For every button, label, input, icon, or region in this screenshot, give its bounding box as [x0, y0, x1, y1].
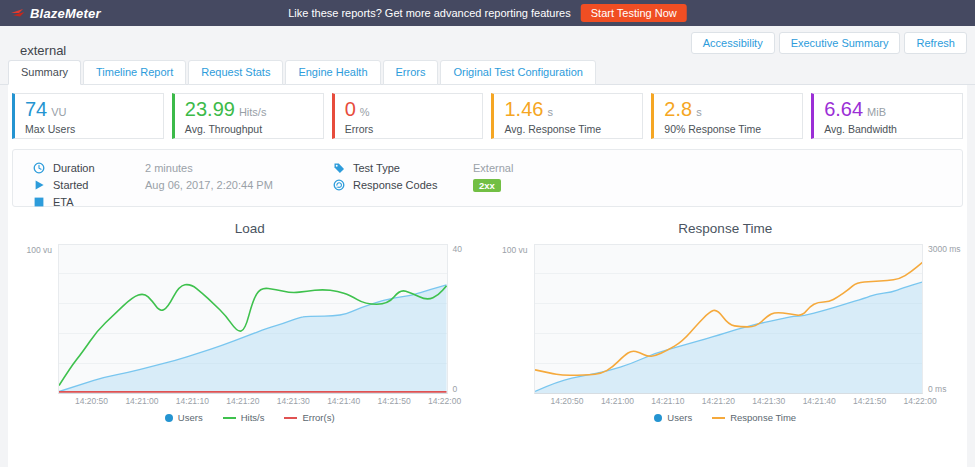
- blazemeter-logo[interactable]: BlazeMeter: [10, 6, 101, 21]
- tab-original-test-configuration[interactable]: Original Test Configuration: [440, 60, 595, 85]
- kpi-value: 23.99: [185, 98, 235, 120]
- legend-item-users[interactable]: Users: [654, 412, 692, 423]
- detail-value-wrap: Aug 06, 2017, 2:20:44 PM: [145, 179, 333, 191]
- legend-line-swatch: [284, 417, 297, 419]
- x-tick-label: 14:21:20: [226, 396, 259, 406]
- x-tick-label: 14:21:30: [752, 396, 785, 406]
- summary-panel: 74VUMax Users23.99Hits/sAvg. Throughput0…: [8, 85, 967, 467]
- chart-legend: UsersResponse Time: [488, 412, 964, 423]
- kpi-card-avg-response-time: 1.46sAvg. Response Time: [491, 93, 643, 139]
- detail-label: ETA: [53, 196, 145, 208]
- right-axis-top-label: 40: [453, 244, 488, 254]
- legend-line-swatch: [223, 417, 236, 419]
- detail-value: Aug 06, 2017, 2:20:44 PM: [145, 179, 273, 191]
- kpi-value: 6.64: [824, 98, 863, 120]
- kpi-unit: s: [547, 106, 553, 118]
- kpi-card-max-users: 74VUMax Users: [12, 93, 164, 139]
- kpi-cards-row: 74VUMax Users23.99Hits/sAvg. Throughput0…: [12, 93, 963, 139]
- legend-item-hits-s[interactable]: Hits/s: [223, 412, 265, 423]
- kpi-unit: s: [696, 106, 702, 118]
- x-tick-label: 14:21:20: [702, 396, 735, 406]
- x-axis: 14:20:5014:21:0014:21:1014:21:2014:21:30…: [58, 394, 448, 407]
- detail-value: 2xx: [473, 179, 501, 192]
- report-header: external AccessibilityExecutive SummaryR…: [0, 26, 975, 60]
- left-axis-label: 100 vu: [496, 244, 534, 394]
- legend-label: Response Time: [730, 412, 796, 423]
- chart-plot-area: [58, 244, 448, 394]
- tag-icon: [333, 162, 345, 174]
- response-codes-icon: [333, 179, 345, 191]
- kpi-unit: VU: [51, 106, 66, 118]
- test-details-left-column: Duration2 minutesStartedAug 06, 2017, 2:…: [33, 159, 333, 197]
- detail-value-wrap: 2 minutes: [145, 162, 333, 174]
- detail-label: Started: [53, 179, 145, 191]
- executive-summary-button[interactable]: Executive Summary: [779, 32, 901, 54]
- x-tick-label: 14:21:40: [327, 396, 360, 406]
- right-axis-top-label: 3000 ms: [928, 244, 963, 254]
- kpi-value: 2.8: [664, 98, 692, 120]
- chart-title: Response Time: [488, 221, 964, 236]
- play-icon: [33, 179, 45, 191]
- kpi-unit: %: [360, 106, 370, 118]
- legend-dot-swatch: [165, 414, 173, 422]
- report-tabs: SummaryTimeline ReportRequest StatsEngin…: [0, 60, 975, 85]
- legend-item-error-s[interactable]: Error(s): [284, 412, 334, 423]
- clock-icon: [33, 162, 45, 174]
- x-tick-label: 14:20:50: [75, 396, 108, 406]
- x-axis: 14:20:5014:21:0014:21:1014:21:2014:21:30…: [534, 394, 924, 407]
- detail-value: 2 minutes: [145, 162, 193, 174]
- kpi-label: Max Users: [25, 123, 153, 135]
- tab-request-stats[interactable]: Request Stats: [188, 60, 283, 85]
- x-tick-label: 14:21:10: [176, 396, 209, 406]
- right-axis-bottom-label: 0: [453, 384, 488, 394]
- square-icon: [33, 196, 45, 208]
- legend-item-response-time[interactable]: Response Time: [712, 412, 796, 423]
- legend-item-users[interactable]: Users: [165, 412, 203, 423]
- legend-line-swatch: [712, 417, 725, 419]
- kpi-card-90-response-time: 2.8s90% Response Time: [651, 93, 803, 139]
- chart-plot-area: [534, 244, 924, 394]
- x-tick-label: 14:21:30: [277, 396, 310, 406]
- x-tick-label: 14:21:00: [601, 396, 634, 406]
- brand-text: BlazeMeter: [30, 6, 101, 21]
- kpi-label: Errors: [345, 123, 473, 135]
- page-title: external: [20, 43, 66, 58]
- refresh-button[interactable]: Refresh: [904, 32, 967, 54]
- chart-legend: UsersHits/sError(s): [12, 412, 488, 423]
- kpi-card-avg-throughput: 23.99Hits/sAvg. Throughput: [172, 93, 324, 139]
- legend-label: Users: [178, 412, 203, 423]
- right-axis: 400: [448, 244, 488, 394]
- chart-title: Load: [12, 221, 488, 236]
- start-testing-button[interactable]: Start Testing Now: [581, 4, 687, 22]
- x-tick-label: 14:21:50: [853, 396, 886, 406]
- legend-label: Users: [667, 412, 692, 423]
- tab-timeline-report[interactable]: Timeline Report: [83, 60, 186, 85]
- blazemeter-flame-icon: [10, 7, 26, 19]
- detail-row-response-codes: Response Codes2xx: [333, 176, 962, 193]
- kpi-unit: Hits/s: [239, 106, 267, 118]
- load-chart: Load100 vu40014:20:5014:21:0014:21:1014:…: [12, 221, 488, 423]
- test-details-box: Duration2 minutesStartedAug 06, 2017, 2:…: [12, 149, 963, 207]
- detail-value-wrap: 2xx: [473, 179, 962, 191]
- test-details-right-column: Test TypeExternalResponse Codes2xx: [333, 159, 962, 197]
- legend-dot-swatch: [654, 414, 662, 422]
- detail-row-eta: ETA: [33, 193, 333, 210]
- kpi-unit: MiB: [867, 106, 886, 118]
- detail-label: Duration: [53, 162, 145, 174]
- kpi-value: 74: [25, 98, 47, 120]
- accessibility-button[interactable]: Accessibility: [691, 32, 775, 54]
- kpi-label: Avg. Throughput: [185, 123, 313, 135]
- x-tick-label: 14:21:40: [803, 396, 836, 406]
- tab-errors[interactable]: Errors: [383, 60, 439, 85]
- legend-label: Hits/s: [241, 412, 265, 423]
- detail-row-started: StartedAug 06, 2017, 2:20:44 PM: [33, 176, 333, 193]
- kpi-label: Avg. Bandwidth: [824, 123, 952, 135]
- tab-summary[interactable]: Summary: [8, 60, 81, 85]
- right-axis: 3000 ms0 ms: [923, 244, 963, 394]
- detail-row-duration: Duration2 minutes: [33, 159, 333, 176]
- tab-engine-health[interactable]: Engine Health: [285, 60, 380, 85]
- right-axis-bottom-label: 0 ms: [928, 384, 963, 394]
- x-tick-label: 14:22:00: [904, 396, 937, 406]
- x-tick-label: 14:21:50: [378, 396, 411, 406]
- kpi-value: 0: [345, 98, 356, 120]
